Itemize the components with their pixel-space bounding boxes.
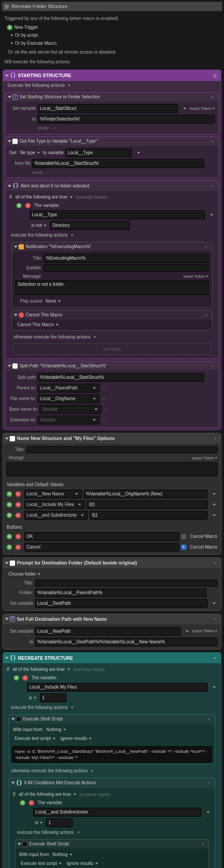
split-path-input[interactable]: %Variable%Local__StartStruct% bbox=[38, 373, 204, 382]
gear-icon[interactable] bbox=[200, 841, 206, 847]
insert-token-button[interactable]: Insert Token bbox=[192, 628, 217, 634]
action-header[interactable]: Prompt for Destination Folder (Default b… bbox=[3, 558, 221, 568]
script-type-select[interactable]: Execute text script bbox=[19, 860, 63, 867]
chevron-down-icon[interactable] bbox=[71, 707, 73, 708]
remove-button[interactable]: − bbox=[15, 534, 21, 539]
operator-select[interactable]: is bbox=[27, 694, 38, 701]
variable-dropdown[interactable] bbox=[209, 602, 217, 605]
ext-var-input[interactable]: Variable bbox=[38, 416, 100, 424]
path-input[interactable]: %Variable%Local__StartStruct% bbox=[32, 159, 204, 168]
gear-icon[interactable] bbox=[212, 655, 218, 661]
results-select[interactable]: ignore results bbox=[65, 860, 100, 867]
add-condition-button[interactable]: + bbox=[14, 675, 19, 681]
var2-default-input[interactable]: 0|1 bbox=[87, 500, 208, 509]
var1-name-input[interactable]: Local__New Name bbox=[24, 490, 82, 498]
var1-dropdown[interactable] bbox=[209, 493, 217, 495]
var3-default-input[interactable]: 0|1 bbox=[89, 511, 208, 520]
remove-var-button[interactable]: − bbox=[15, 491, 21, 497]
remove-var-button[interactable]: − bbox=[15, 502, 21, 507]
gear-icon[interactable] bbox=[206, 716, 212, 722]
newpath-var-input[interactable]: Local__NewPath bbox=[35, 627, 181, 636]
gear-icon[interactable] bbox=[209, 94, 216, 100]
value-input[interactable]: %Variable%Local__DestPath%/%Variable%Loc… bbox=[35, 638, 217, 646]
group-header[interactable]: {} STARTING STRUCTURE bbox=[3, 70, 221, 81]
variable-input[interactable]: Local__Type bbox=[66, 148, 132, 157]
remove-condition-button[interactable]: − bbox=[25, 203, 31, 208]
script-type-select[interactable]: Execute text script bbox=[13, 735, 57, 742]
chevron-down-icon[interactable] bbox=[93, 336, 96, 338]
button-ok-input[interactable]: OK bbox=[24, 532, 179, 541]
condition-variable-input[interactable]: Local__and Subdirectories bbox=[33, 808, 201, 817]
action-header[interactable]: {}If All Conditions Met Execute Actions bbox=[9, 778, 215, 788]
remove-var-button[interactable]: − bbox=[15, 513, 21, 518]
disclosure-icon[interactable] bbox=[12, 782, 15, 784]
sound-select[interactable]: None bbox=[44, 298, 62, 305]
value-input[interactable]: %FinderSelection%/ bbox=[38, 115, 215, 124]
disclosure-icon[interactable] bbox=[5, 562, 9, 564]
results-select[interactable]: ignore results bbox=[59, 735, 93, 742]
file-var-input[interactable]: Local__OrigName bbox=[38, 394, 100, 403]
insert-token-button[interactable]: Insert Token bbox=[189, 106, 215, 112]
prompt-text-input[interactable] bbox=[7, 462, 217, 476]
new-trigger-row[interactable]: + New Trigger bbox=[2, 23, 222, 31]
disclosure-icon[interactable] bbox=[18, 843, 21, 845]
variable-name-input[interactable]: Local__StartStruct bbox=[38, 104, 178, 113]
insert-token-button[interactable]: Insert Token bbox=[183, 274, 209, 280]
folder-path-input[interactable]: %Variable%Local__ParentPath% bbox=[35, 588, 207, 597]
action-header[interactable]: Execute Shell Script bbox=[9, 715, 215, 724]
input-select[interactable]: Nothing bbox=[44, 726, 67, 733]
variable-dropdown[interactable] bbox=[182, 630, 190, 633]
variable-dropdown[interactable] bbox=[209, 686, 217, 689]
disclosure-icon[interactable] bbox=[12, 718, 15, 720]
condition-mode-select[interactable]: all of the following are true: bbox=[17, 791, 78, 798]
compare-value-input[interactable]: 1 bbox=[46, 818, 73, 827]
condition-variable-input[interactable]: Local__Include My Files bbox=[27, 683, 208, 692]
disclosure-icon[interactable] bbox=[8, 140, 12, 142]
base-var-input[interactable]: Variable bbox=[39, 405, 101, 414]
action-header[interactable]: Get File Type to Variable "Local__Type" bbox=[6, 137, 218, 146]
notification-message-input[interactable] bbox=[15, 280, 209, 295]
parent-var-input[interactable]: Local__ParentPath bbox=[38, 384, 100, 393]
var2-dropdown[interactable] bbox=[209, 503, 217, 506]
disclosure-icon[interactable] bbox=[8, 96, 12, 98]
condition-mode-select[interactable]: all of the following are true: bbox=[14, 194, 75, 201]
compare-value-input[interactable]: Directory bbox=[50, 221, 130, 230]
add-condition-button[interactable]: + bbox=[16, 203, 22, 208]
cancel-macro-checkbox[interactable] bbox=[181, 534, 186, 539]
var2-name-input[interactable]: Local__Include My Files bbox=[24, 500, 85, 509]
input-select[interactable]: Nothing bbox=[50, 851, 73, 858]
no-action-placeholder[interactable]: No Action bbox=[13, 343, 211, 355]
gear-icon[interactable] bbox=[212, 616, 218, 622]
disclosure-icon[interactable] bbox=[14, 314, 18, 316]
notification-subtitle-input[interactable] bbox=[44, 265, 209, 272]
cancel-macro-checkbox[interactable] bbox=[181, 545, 186, 550]
var1-default-input[interactable]: %Variable%Local__OrigName% (New) bbox=[84, 490, 208, 498]
disclosure-icon[interactable] bbox=[5, 657, 9, 659]
disclosure-icon[interactable] bbox=[14, 246, 18, 248]
compare-value-input[interactable]: 1 bbox=[40, 693, 66, 702]
disclosure-icon[interactable] bbox=[8, 185, 12, 187]
gear-icon[interactable] bbox=[212, 73, 218, 79]
action-header[interactable]: Set Full Destination Path with New Name bbox=[3, 614, 221, 624]
gear-icon[interactable] bbox=[206, 780, 212, 786]
disclosure-icon[interactable] bbox=[5, 74, 9, 77]
variable-dropdown[interactable] bbox=[134, 152, 142, 154]
choose-folder-select[interactable]: Choose folder bbox=[7, 571, 42, 578]
condition-variable-input[interactable]: Local__Type bbox=[30, 210, 205, 219]
gear-icon[interactable] bbox=[203, 312, 209, 318]
button-cancel-input[interactable]: Cancel bbox=[24, 543, 179, 552]
operator-select[interactable]: is not bbox=[30, 222, 48, 229]
action-header[interactable]: Name New Structure and "My Files" Option… bbox=[3, 433, 221, 444]
chevron-down-icon[interactable] bbox=[77, 832, 80, 833]
action-header[interactable]: {} Alert and abort if no folder selected bbox=[6, 181, 218, 191]
add-trigger-icon[interactable]: + bbox=[7, 25, 12, 30]
destpath-var-input[interactable]: Local__DestPath bbox=[35, 599, 208, 608]
gear-icon[interactable] bbox=[209, 138, 216, 144]
var3-dropdown[interactable] bbox=[209, 514, 217, 517]
gear-icon[interactable] bbox=[203, 244, 209, 250]
remove-button[interactable]: − bbox=[15, 545, 21, 550]
add-button[interactable]: + bbox=[7, 545, 12, 550]
chevron-down-icon[interactable] bbox=[68, 85, 70, 86]
disclosure-icon[interactable] bbox=[7, 34, 15, 37]
script-text[interactable]: rsync -a -E "$KMVAR_Local__StartStruct" … bbox=[12, 746, 212, 763]
